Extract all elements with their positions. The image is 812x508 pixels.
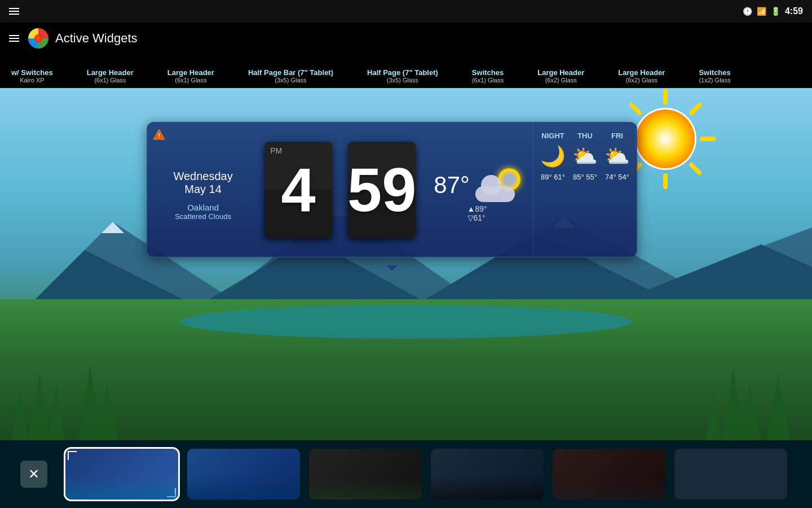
theme-close-area: ✕ [11,461,56,488]
svg-marker-7 [28,375,51,440]
current-temp: 87° [434,172,470,199]
widget-name-0: w/ Switches [11,68,53,77]
theme-card-5[interactable] [553,449,665,500]
status-time: 4:59 [785,6,803,16]
forecast-fri: FRI ⛅ 74° 54° [604,132,630,181]
weather-condition: Scattered Clouds [158,212,248,221]
theme-selector: ✕ [0,440,812,508]
flip-card-minute: 59 [348,142,416,238]
widget-item-7[interactable]: Large Header (6x2) Glass [618,68,665,84]
svg-line-16 [691,105,699,113]
ground [0,299,812,440]
widget-desc-0: Kairo XP [11,77,53,84]
svg-marker-6 [11,393,28,440]
svg-line-18 [691,165,699,173]
forecast-night-label: NIGHT [540,132,566,140]
status-right: 🕐 📶 🔋 4:59 [743,6,803,16]
main-area: ! Wednesday May 14 Oakland Scattered Clo… [0,88,812,440]
widget-item-8[interactable]: Switches (1x2) Glass [699,68,730,84]
widget-name-6: Large Header [537,68,584,77]
widget-name-5: Switches [472,68,504,77]
svg-marker-11 [705,393,722,440]
hour-display: 4 [281,159,316,221]
widget-name-2: Large Header [167,68,214,77]
widget-item-1[interactable]: Large Header (6x1) Glass [87,68,134,84]
nav-drawer-icon[interactable] [9,35,19,42]
weather-date: May 14 [158,183,248,196]
status-bar: 🕐 📶 🔋 4:59 [0,0,812,23]
theme-card-4[interactable] [431,449,544,500]
widget-item-3[interactable]: Half Page Bar (7" Tablet) (3x5) Glass [248,68,333,84]
time-separator [336,142,345,238]
clock-icon: 🕐 [743,7,752,16]
svg-line-22 [632,105,639,113]
hi-temp: ▲89° [467,204,487,213]
weather-current: 87° ▲89° ▽61° [421,122,533,257]
theme-card-1[interactable] [65,449,178,500]
svg-text:!: ! [158,132,160,139]
widget-desc-3: (3x5) Glass [248,77,333,84]
widget-desc-4: (3x5) Glass [367,77,438,84]
widget-desc-7: (6x2) Glass [618,77,665,84]
wifi-icon: 📶 [757,7,766,16]
trees [0,299,812,440]
weather-widget[interactable]: ! Wednesday May 14 Oakland Scattered Clo… [147,122,637,257]
theme-card-3[interactable] [309,449,422,500]
widget-item-4[interactable]: Half Page (7" Tablet) (3x5) Glass [367,68,438,84]
clock-section: PM 4 59 [259,122,421,257]
svg-marker-28 [386,265,398,271]
close-button[interactable]: ✕ [20,461,47,488]
app-bar: Active Widgets [0,23,812,54]
lo-temp: ▽61° [467,213,486,222]
app-title: Active Widgets [55,31,138,46]
weather-icon-current [475,168,520,202]
forecast-thu-label: THU [572,132,598,140]
widget-desc-5: (6x1) Glass [472,77,504,84]
widget-desc-6: (6x2) Glass [537,77,584,84]
weather-forecast: NIGHT 🌙 89° 61° THU ⛅ 85° 55° FRI ⛅ 74° … [533,122,637,257]
theme-card-6[interactable] [674,449,787,500]
svg-marker-13 [739,384,761,440]
widget-name-3: Half Page Bar (7" Tablet) [248,68,333,77]
widget-item-5[interactable]: Switches (6x1) Glass [472,68,504,84]
ampm-label: PM [270,146,282,155]
forecast-fri-temp: 74° 54° [604,173,630,181]
theme-card-2[interactable] [187,449,300,500]
weather-day: Wednesday [158,170,248,183]
weather-city: Oakland [158,203,248,212]
widget-desc-2: (6x1) Glass [167,77,214,84]
widget-name-7: Large Header [618,68,665,77]
hi-lo-temp: ▲89° ▽61° [467,204,487,222]
forecast-fri-label: FRI [604,132,630,140]
minute-display: 59 [347,159,416,221]
forecast-night-temp: 89° 61° [540,173,566,181]
forecast-thu-temp: 85° 55° [572,173,598,181]
widget-name-8: Switches [699,68,730,77]
widget-item-0[interactable]: w/ Switches Kairo XP [11,68,53,84]
forecast-thu: THU ⛅ 85° 55° [572,132,598,181]
svg-point-25 [636,110,695,168]
widget-desc-1: (6x1) Glass [87,77,134,84]
forecast-thu-icon: ⛅ [572,144,598,168]
forecast-fri-icon: ⛅ [604,144,630,168]
battery-icon: 🔋 [771,7,780,16]
widget-desc-8: (1x2) Glass [699,77,730,84]
svg-marker-8 [48,384,65,440]
forecast-night: NIGHT 🌙 89° 61° [540,132,566,181]
app-logo [28,28,48,49]
widget-dropdown-arrow [386,263,398,269]
forecast-days: NIGHT 🌙 89° 61° THU ⛅ 85° 55° FRI ⛅ 74° … [540,132,630,181]
svg-marker-14 [767,375,789,440]
widget-list: w/ Switches Kairo XP Large Header (6x1) … [0,54,812,88]
svg-marker-10 [96,384,118,440]
alert-icon: ! [153,128,165,143]
svg-marker-9 [79,365,102,440]
hamburger-menu[interactable] [9,8,19,15]
status-left [9,8,19,15]
resize-handle-tl [68,451,77,460]
widget-name-1: Large Header [87,68,134,77]
widget-item-2[interactable]: Large Header (6x1) Glass [167,68,214,84]
forecast-night-icon: 🌙 [540,144,566,168]
widget-item-6[interactable]: Large Header (6x2) Glass [537,68,584,84]
widget-name-4: Half Page (7" Tablet) [367,68,438,77]
